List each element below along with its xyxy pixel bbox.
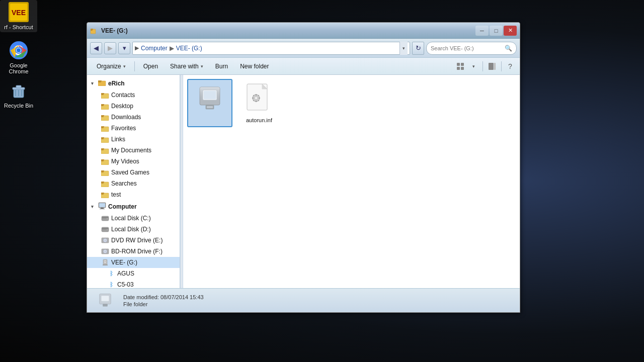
status-info: Date modified: 08/07/2014 15:43 File fol… [123, 294, 204, 307]
navigation-bar: ◀ ▶ ▾ ▶ Computer ▶ VEE- (G:) ▾ ↻ 🔍 [87, 39, 520, 58]
local-c-label: Local Disk (C:) [111, 215, 151, 222]
forward-button[interactable]: ▶ [104, 42, 116, 54]
sidebar-item-c503[interactable]: ᛒ C5-03 [87, 279, 180, 288]
erich-expand-icon: ▾ [91, 81, 96, 86]
sidebar-item-test[interactable]: test [87, 189, 180, 200]
downloads-folder-icon [101, 113, 109, 121]
usb-g-icon [101, 258, 109, 266]
recent-button[interactable]: ▾ [118, 42, 130, 54]
breadcrumb-computer[interactable]: Computer [141, 45, 168, 52]
sidebar-item-desktop[interactable]: Desktop [87, 101, 180, 112]
svg-rect-101 [101, 295, 109, 301]
close-button[interactable]: ✕ [504, 26, 517, 36]
svg-rect-21 [489, 63, 494, 70]
autorun-name: autorun.inf [240, 117, 278, 123]
svg-rect-93 [256, 101, 257, 102]
sidebar-item-searches[interactable]: Searches [87, 178, 180, 189]
shortcut-label: rf - Shortcut [2, 24, 35, 30]
shortcut-icon[interactable]: VEE rf - Shortcut [0, 0, 37, 32]
svg-rect-57 [99, 203, 105, 207]
help-button[interactable]: ? [505, 61, 516, 72]
search-input[interactable] [431, 45, 503, 51]
dvd-e-icon [101, 236, 109, 244]
sidebar-item-agus[interactable]: ᛒ AGUS [87, 268, 180, 279]
svg-rect-31 [101, 104, 104, 105]
bd-f-icon [101, 247, 109, 255]
svg-rect-59 [100, 209, 105, 209]
svg-rect-18 [461, 63, 464, 66]
svg-point-62 [107, 218, 108, 220]
address-dropdown[interactable]: ▾ [399, 42, 408, 55]
svg-rect-40 [101, 137, 104, 138]
sidebar-item-myvideos[interactable]: My Videos [87, 156, 180, 167]
search-icon[interactable]: 🔍 [505, 45, 512, 52]
view-large-icon-button[interactable] [454, 60, 466, 72]
file-item-autorun[interactable]: autorun.inf [236, 79, 282, 127]
breadcrumb-current[interactable]: VEE- (G:) [176, 45, 202, 52]
sidebar-item-vee-g[interactable]: VEE- (G:) [87, 257, 180, 268]
svg-point-71 [105, 251, 106, 252]
svg-text:VEE: VEE [12, 9, 26, 17]
file-item-drive-folder[interactable] [187, 79, 232, 127]
mydocuments-folder-icon [101, 146, 109, 154]
share-with-button[interactable]: Share with ▾ [165, 60, 209, 73]
searches-label: Searches [111, 180, 137, 187]
svg-point-65 [107, 229, 108, 231]
autorun-icon [243, 83, 275, 115]
share-arrow: ▾ [201, 64, 203, 69]
dvd-e-label: DVD RW Drive (E:) [111, 237, 163, 244]
sidebar-item-local-d[interactable]: Local Disk (D:) [87, 224, 180, 235]
date-value: 08/07/2014 15:43 [160, 294, 204, 300]
sidebar-item-links[interactable]: Links [87, 134, 180, 145]
preview-pane-button[interactable] [486, 60, 498, 72]
search-box[interactable]: 🔍 [426, 42, 517, 55]
sidebar: ▾ eRich [87, 75, 180, 288]
back-button[interactable]: ◀ [90, 42, 102, 54]
svg-rect-84 [204, 91, 216, 99]
svg-rect-73 [103, 264, 108, 265]
sidebar-item-downloads[interactable]: Downloads [87, 112, 180, 123]
organize-label: Organize [97, 63, 121, 70]
organize-button[interactable]: Organize ▾ [91, 60, 131, 73]
sidebar-item-mydocuments[interactable]: My Documents [87, 145, 180, 156]
sidebar-item-contacts[interactable]: Contacts [87, 89, 180, 101]
chrome-icon-img [9, 40, 29, 60]
share-label: Share with [170, 63, 199, 70]
address-bar[interactable]: ▶ Computer ▶ VEE- (G:) ▾ [132, 42, 410, 55]
maximize-button[interactable]: □ [490, 26, 503, 36]
svg-rect-102 [103, 304, 108, 306]
status-type: File folder [123, 301, 204, 307]
svg-rect-37 [101, 126, 104, 127]
chrome-icon[interactable]: Google Chrome [0, 38, 37, 76]
computer-label: Computer [108, 203, 137, 210]
window-title: VEE- (G:) [101, 27, 475, 34]
myvideos-folder-icon [101, 157, 109, 165]
explorer-window: VEE- (G:) ─ □ ✕ ◀ ▶ ▾ ▶ Computer ▶ VEE- … [87, 22, 520, 313]
svg-rect-19 [457, 67, 460, 70]
svg-rect-55 [101, 193, 104, 194]
burn-button[interactable]: Burn [210, 60, 233, 73]
sidebar-item-dvd-e[interactable]: DVD RW Drive (E:) [87, 235, 180, 246]
sidebar-item-favorites[interactable]: Favorites [87, 123, 180, 134]
sidebar-section-computer[interactable]: ▾ Computer [87, 200, 180, 213]
new-folder-button[interactable]: New folder [234, 60, 274, 73]
sidebar-item-local-c[interactable]: Local Disk (C:) [87, 213, 180, 224]
open-button[interactable]: Open [138, 60, 164, 73]
status-bar: Date modified: 08/07/2014 15:43 File fol… [87, 288, 520, 312]
svg-rect-58 [101, 208, 104, 209]
organize-arrow: ▾ [123, 64, 126, 69]
minimize-button[interactable]: ─ [475, 26, 489, 36]
svg-rect-17 [457, 63, 460, 66]
svg-point-7 [17, 48, 21, 52]
recycle-icon-img [9, 80, 29, 101]
refresh-button[interactable]: ↻ [412, 42, 424, 55]
view-arrow[interactable]: ▾ [467, 60, 479, 72]
sidebar-section-erich[interactable]: ▾ eRich [87, 77, 180, 89]
sidebar-item-savedgames[interactable]: Saved Games [87, 167, 180, 178]
view-buttons: ▾ ? [454, 60, 516, 72]
content-area: ▾ eRich [87, 75, 520, 288]
view-sep2 [501, 61, 502, 71]
recycle-bin-icon[interactable]: Recycle Bin [0, 78, 37, 111]
sidebar-item-bd-f[interactable]: BD-ROM Drive (F:) [87, 246, 180, 257]
myvideos-label: My Videos [111, 158, 139, 165]
